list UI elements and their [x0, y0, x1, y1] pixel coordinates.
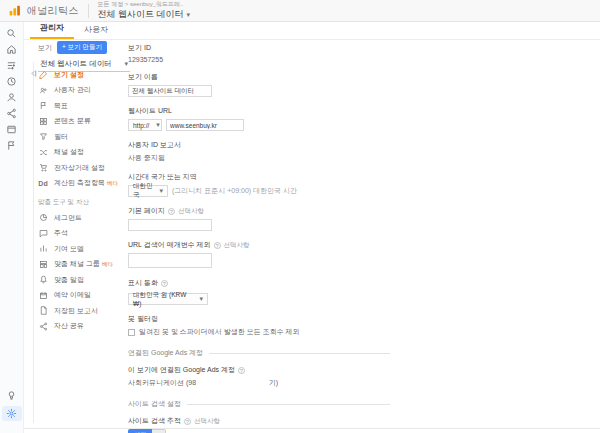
- account-switcher[interactable]: 모든 계정 > seenbuy_워드프레.. 전체 웹사이트 데이터▾: [98, 1, 191, 20]
- grid-icon: [38, 116, 48, 126]
- pencil-icon: [38, 70, 48, 80]
- menu-item-콘텐츠-분류[interactable]: 콘텐츠 분류: [38, 114, 134, 130]
- bot-filtering-label: 봇 필터링: [128, 314, 390, 324]
- chevron-down-icon: ▾: [156, 121, 160, 129]
- menu-item-채널-설정[interactable]: 채널 설정: [38, 145, 134, 161]
- optional-tag: 선택사항: [224, 241, 250, 250]
- optional-tag: 선택사항: [194, 417, 220, 426]
- menu-item-저장된-보고서[interactable]: 저장된 보고서: [38, 303, 134, 319]
- view-settings-menu: 보기 설정사용자 관리목표콘텐츠 분류필터채널 설정전자상거래 설정Dd계산된 …: [38, 67, 134, 334]
- view-settings-form: 보기 ID 129357255 보기 이름 웹사이트 URL http://▾ …: [128, 43, 390, 433]
- bot-filtering-field: 봇 필터링 알려진 봇 및 스파이더에서 발생한 모든 조회수 제외: [128, 314, 390, 337]
- rail-item-customization[interactable]: [4, 60, 20, 72]
- timezone-field: 시간대 국가 또는 지역 대한민국▾ (그리니치 표준시 +09:00) 대한민…: [128, 172, 390, 197]
- rail-item-conversions[interactable]: [4, 140, 20, 152]
- linked-ads-account-row[interactable]: 사회커뮤니케이션 (98 기): [128, 378, 278, 388]
- ads-account-suffix: 기): [269, 378, 278, 388]
- tab-admin[interactable]: 관리자: [30, 19, 74, 39]
- default-page-input[interactable]: [128, 219, 212, 231]
- exclude-params-textarea[interactable]: [128, 253, 212, 268]
- channel-icon: [38, 147, 48, 157]
- breadcrumb: 모든 계정 > seenbuy_워드프레..: [98, 1, 191, 9]
- default-page-field: 기본 페이지?선택사항: [128, 206, 390, 231]
- menu-item-목표[interactable]: 목표: [38, 98, 134, 114]
- create-view-button[interactable]: + 보기 만들기: [57, 41, 107, 54]
- menu-item-기여-모델[interactable]: 기여 모델: [38, 241, 134, 257]
- currency-select[interactable]: 대한민국 원 (KRW ₩)▾: [128, 293, 208, 305]
- toggle-knob: [152, 429, 166, 433]
- timezone-country-select[interactable]: 대한민국▾: [128, 185, 168, 197]
- menu-item-사용자-관리[interactable]: 사용자 관리: [38, 83, 134, 99]
- chevron-down-icon: ▾: [187, 11, 191, 18]
- page-title[interactable]: 전체 웹사이트 데이터▾: [98, 9, 191, 20]
- site-search-section-header: 사이트 검색 설정: [128, 399, 390, 409]
- app-name: 애널리틱스: [27, 4, 79, 18]
- menu-item-보기-설정[interactable]: 보기 설정: [38, 67, 134, 83]
- menu-item-주석[interactable]: 주석: [38, 226, 134, 242]
- analytics-bars-icon: [8, 4, 21, 17]
- menu-item-계산된-측정항목[interactable]: Dd계산된 측정항목베타: [38, 176, 134, 192]
- help-icon[interactable]: ?: [184, 418, 191, 425]
- help-icon[interactable]: ?: [161, 280, 168, 287]
- website-url-label: 웹사이트 URL: [128, 106, 390, 116]
- rail-item-search[interactable]: [4, 28, 20, 40]
- view-name-input[interactable]: [128, 85, 212, 97]
- left-nav-rail: [0, 22, 24, 433]
- rail-item-admin[interactable]: [2, 406, 22, 421]
- admin-tabs: 관리자 사용자: [24, 22, 600, 40]
- ads-account-name: 사회커뮤니케이션 (98: [128, 378, 196, 388]
- view-id-field: 보기 ID 129357255: [128, 43, 390, 63]
- view-name-field: 보기 이름: [128, 72, 390, 97]
- currency-field: 표시 통화? 대한민국 원 (KRW ₩)▾: [128, 278, 390, 305]
- rail-item-acquisition[interactable]: [4, 108, 20, 120]
- site-search-toggle[interactable]: 설정: [128, 429, 166, 433]
- calc-icon: Dd: [38, 178, 48, 188]
- help-icon[interactable]: ?: [168, 208, 175, 215]
- header-divider: [88, 4, 89, 18]
- rail-item-discover[interactable]: [4, 390, 20, 402]
- website-url-input[interactable]: [166, 119, 244, 131]
- bot-filter-checkbox[interactable]: [128, 329, 135, 336]
- exclude-params-field: URL 검색어 매개변수 제외?선택사항: [128, 240, 390, 269]
- timezone-label: 시간대 국가 또는 지역: [128, 172, 390, 182]
- linked-ads-field: 이 보기에 연결된 Google Ads 계정? 사회커뮤니케이션 (98 기): [128, 365, 390, 388]
- view-id-value: 129357255: [128, 56, 390, 63]
- rail-item-home[interactable]: [4, 44, 20, 56]
- ga-admin-screen: 애널리틱스 모든 계정 > seenbuy_워드프레.. 전체 웹사이트 데이터…: [0, 0, 600, 433]
- linked-ads-label: 이 보기에 연결된 Google Ads 계정: [128, 365, 235, 375]
- menu-item-맞춤-알림[interactable]: 맞춤 알림: [38, 272, 134, 288]
- app-header: 애널리틱스 모든 계정 > seenbuy_워드프레.. 전체 웹사이트 데이터…: [0, 0, 600, 22]
- chevron-down-icon: ▾: [159, 187, 163, 195]
- bot-filter-checkbox-label: 알려진 봇 및 스파이더에서 발생한 모든 조회수 제외: [139, 327, 300, 337]
- help-icon[interactable]: ?: [238, 367, 245, 374]
- rail-item-realtime[interactable]: [4, 76, 20, 88]
- menu-item-필터[interactable]: 필터: [38, 129, 134, 145]
- menu-item-전자상거래-설정[interactable]: 전자상거래 설정: [38, 160, 134, 176]
- panel-left-border: [33, 62, 34, 423]
- timezone-detail: (그리니치 표준시 +09:00) 대한민국 시간: [172, 186, 297, 196]
- userid-report-label: 사용자 ID 보고서: [128, 140, 390, 150]
- panel-bottom-divider: [24, 428, 600, 429]
- website-url-field: 웹사이트 URL http://▾: [128, 106, 390, 131]
- annotation-icon: [38, 228, 48, 238]
- menu-item-예약-이메일[interactable]: 예약 이메일: [38, 288, 134, 304]
- flag-icon: [38, 101, 48, 111]
- menu-item-자산-공유[interactable]: 자산 공유: [38, 319, 134, 335]
- tab-user[interactable]: 사용자: [74, 21, 118, 39]
- currency-label: 표시 통화: [128, 278, 158, 288]
- segment-icon: [38, 213, 48, 223]
- menu-item-세그먼트[interactable]: 세그먼트: [38, 210, 134, 226]
- rail-item-behavior[interactable]: [4, 124, 20, 136]
- lightbulb-icon: [6, 387, 17, 405]
- gear-icon: [6, 405, 17, 423]
- share-icon: [38, 321, 48, 331]
- alert-icon: [38, 275, 48, 285]
- exclude-params-label: URL 검색어 매개변수 제외: [128, 240, 211, 250]
- optional-tag: 선택사항: [178, 207, 204, 216]
- menu-item-맞춤-채널-그룹[interactable]: 맞춤 채널 그룹베타: [38, 257, 134, 273]
- url-scheme-select[interactable]: http://▾: [128, 119, 162, 131]
- admin-content: 보기 + 보기 만들기 전체 웹사이트 데이터 ▾ 보기 설정사용자 관리목표콘…: [24, 40, 600, 433]
- view-label: 보기: [38, 43, 52, 53]
- rail-item-audience[interactable]: [4, 92, 20, 104]
- help-icon[interactable]: ?: [214, 242, 221, 249]
